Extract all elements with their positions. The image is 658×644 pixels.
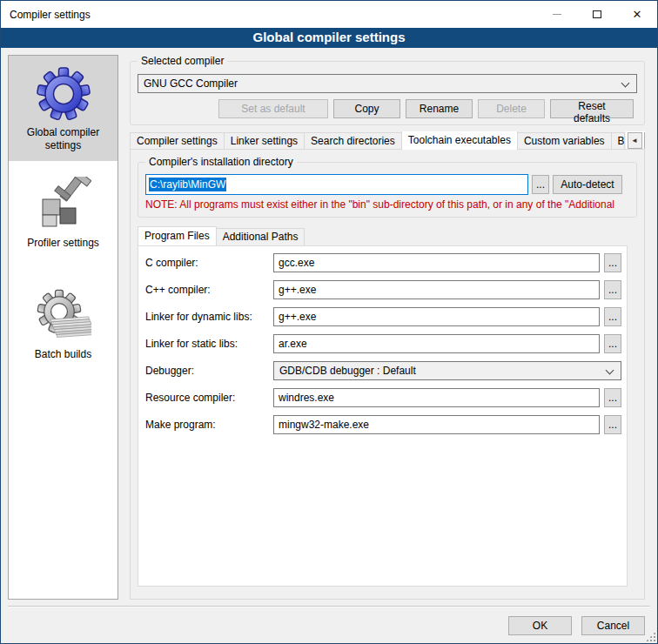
- compiler-settings-dialog: Compiler settings ✕ Global compiler sett…: [0, 0, 658, 644]
- maximize-button[interactable]: [577, 1, 617, 28]
- linker-static-input[interactable]: [273, 334, 600, 353]
- close-icon: ✕: [633, 9, 642, 20]
- cpp-compiler-input[interactable]: [273, 280, 600, 299]
- cancel-button[interactable]: Cancel: [581, 616, 645, 635]
- sidebar-item-global-compiler-settings[interactable]: Global compiler settings: [9, 56, 118, 161]
- window-controls: ✕: [537, 1, 657, 28]
- installation-directory-value: C:\raylib\MinGW: [149, 178, 226, 191]
- sidebar-item-label: Batch builds: [12, 348, 114, 361]
- resource-compiler-browse-button[interactable]: ...: [604, 388, 621, 407]
- make-program-browse-button[interactable]: ...: [604, 415, 621, 434]
- delete-button[interactable]: Delete: [478, 99, 545, 118]
- main-panel: Selected compiler GNU GCC Compiler Set a…: [130, 48, 652, 607]
- titlebar: Compiler settings ✕: [1, 1, 657, 28]
- tab-search-directories[interactable]: Search directories: [304, 132, 402, 150]
- installation-note: NOTE: All programs must exist either in …: [145, 198, 622, 211]
- linker-static-label: Linker for static libs:: [145, 338, 273, 350]
- installation-directory-input[interactable]: C:\raylib\MinGW: [145, 174, 528, 195]
- make-program-input[interactable]: [273, 415, 600, 434]
- maximize-icon: [593, 10, 601, 18]
- cpp-compiler-label: C++ compiler:: [145, 284, 273, 296]
- reset-defaults-button[interactable]: Reset defaults: [550, 99, 634, 118]
- footer-separator: [8, 606, 650, 607]
- debugger-label: Debugger:: [145, 365, 273, 377]
- rename-button[interactable]: Rename: [406, 99, 473, 118]
- minimize-button[interactable]: [537, 1, 577, 28]
- resource-compiler-input[interactable]: [273, 388, 600, 407]
- page-title: Global compiler settings: [1, 28, 657, 48]
- c-compiler-input[interactable]: [273, 253, 600, 272]
- settings-category-list: Global compiler settings Pr: [8, 55, 118, 600]
- compiler-select[interactable]: GNU GCC Compiler: [138, 74, 637, 93]
- sidebar-item-profiler-settings[interactable]: Profiler settings: [9, 166, 118, 258]
- auto-detect-button[interactable]: Auto-detect: [553, 175, 622, 194]
- gray-gear-stack-icon: [36, 288, 91, 344]
- sidebar-item-label: Profiler settings: [12, 237, 114, 250]
- form-row-c-compiler: C compiler: ...: [145, 253, 621, 272]
- footer-buttons: OK Cancel: [508, 616, 645, 635]
- form-row-debugger: Debugger: GDB/CDB debugger : Default: [145, 361, 621, 380]
- profiler-caliper-icon: [36, 177, 91, 232]
- close-button[interactable]: ✕: [617, 1, 657, 28]
- selected-compiler-group: Selected compiler GNU GCC Compiler Set a…: [130, 61, 645, 125]
- program-files-panel: C compiler: ... C++ compiler: ... Linker…: [138, 245, 628, 587]
- tab-linker-settings[interactable]: Linker settings: [224, 132, 305, 150]
- installation-directory-row: C:\raylib\MinGW ... Auto-detect: [145, 174, 622, 195]
- resize-grip-icon[interactable]: [646, 632, 655, 641]
- compiler-select-value: GNU GCC Compiler: [144, 77, 238, 90]
- form-row-make-program: Make program: ...: [145, 415, 621, 434]
- sidebar-item-batch-builds[interactable]: Batch builds: [9, 278, 118, 370]
- tab-scroll-left-button[interactable]: ◄: [628, 132, 642, 149]
- chevron-down-icon: [606, 366, 614, 375]
- make-program-label: Make program:: [145, 419, 273, 431]
- installation-directory-group: Compiler's installation directory C:\ray…: [138, 162, 637, 218]
- debugger-select-value: GDB/CDB debugger : Default: [279, 365, 416, 377]
- cpp-compiler-browse-button[interactable]: ...: [604, 280, 621, 299]
- form-row-linker-dynamic: Linker for dynamic libs: ...: [145, 307, 621, 326]
- linker-dynamic-label: Linker for dynamic libs:: [145, 311, 273, 323]
- blue-gear-icon: [36, 66, 91, 122]
- minimize-icon: [553, 14, 561, 15]
- settings-tabstrip: Compiler settings Linker settings Search…: [130, 131, 645, 150]
- tab-custom-variables[interactable]: Custom variables: [517, 132, 612, 150]
- linker-static-browse-button[interactable]: ...: [604, 334, 621, 353]
- set-as-default-button[interactable]: Set as default: [218, 99, 328, 118]
- dialog-body: Global compiler settings Pr: [1, 48, 657, 643]
- linker-dynamic-browse-button[interactable]: ...: [604, 307, 621, 326]
- tab-program-files[interactable]: Program Files: [138, 226, 217, 245]
- selected-compiler-legend: Selected compiler: [138, 55, 227, 67]
- toolchain-executables-page: Compiler's installation directory C:\ray…: [130, 149, 645, 600]
- copy-button[interactable]: Copy: [333, 99, 400, 118]
- tab-additional-paths[interactable]: Additional Paths: [216, 228, 306, 245]
- tab-toolchain-executables[interactable]: Toolchain executables: [401, 131, 518, 150]
- sidebar-item-label: Global compiler settings: [12, 126, 114, 152]
- debugger-select[interactable]: GDB/CDB debugger : Default: [273, 361, 621, 380]
- resource-compiler-label: Resource compiler:: [145, 392, 273, 404]
- dialog-footer: OK Cancel: [1, 606, 657, 643]
- installation-directory-browse-button[interactable]: ...: [532, 175, 549, 194]
- c-compiler-browse-button[interactable]: ...: [604, 253, 621, 272]
- window-title: Compiler settings: [1, 9, 91, 21]
- installation-directory-legend: Compiler's installation directory: [145, 156, 297, 168]
- form-row-linker-static: Linker for static libs: ...: [145, 334, 621, 353]
- tab-scroll-right-button[interactable]: ►: [644, 132, 645, 149]
- ok-button[interactable]: OK: [508, 616, 572, 635]
- tab-compiler-settings[interactable]: Compiler settings: [130, 132, 225, 150]
- tab-scroll-arrows: ◄ ►: [626, 131, 645, 150]
- compiler-buttons: Set as default Copy Rename Delete Reset …: [138, 99, 637, 118]
- form-row-resource-compiler: Resource compiler: ...: [145, 388, 621, 407]
- c-compiler-label: C compiler:: [145, 257, 273, 269]
- toolchain-tabstrip: Program Files Additional Paths: [138, 226, 304, 245]
- tab-build-options-truncated[interactable]: Builc: [611, 132, 625, 150]
- form-row-cpp-compiler: C++ compiler: ...: [145, 280, 621, 299]
- linker-dynamic-input[interactable]: [273, 307, 600, 326]
- chevron-down-icon: [621, 79, 630, 88]
